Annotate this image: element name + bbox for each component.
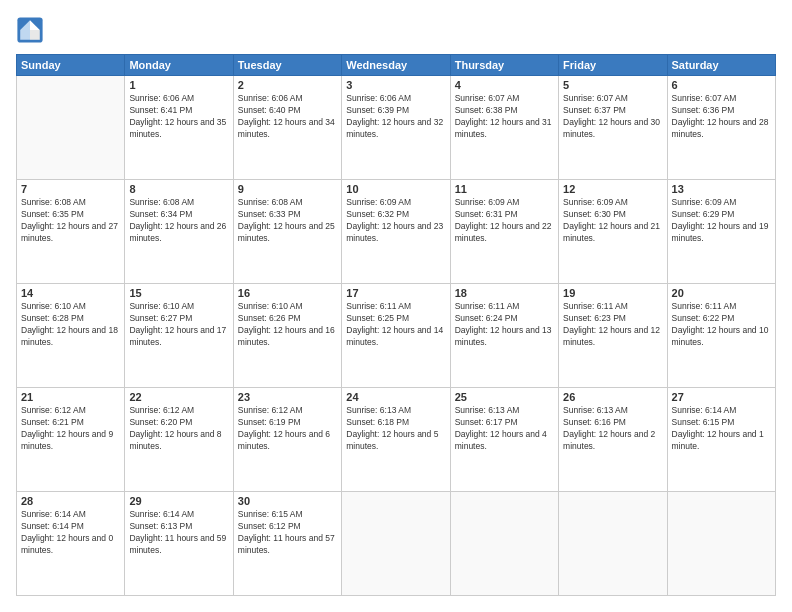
day-detail: Sunrise: 6:10 AM Sunset: 6:26 PM Dayligh…: [238, 301, 337, 349]
calendar-cell: 13Sunrise: 6:09 AM Sunset: 6:29 PM Dayli…: [667, 180, 775, 284]
calendar-cell: 28Sunrise: 6:14 AM Sunset: 6:14 PM Dayli…: [17, 492, 125, 596]
calendar-cell: 18Sunrise: 6:11 AM Sunset: 6:24 PM Dayli…: [450, 284, 558, 388]
calendar-cell: 27Sunrise: 6:14 AM Sunset: 6:15 PM Dayli…: [667, 388, 775, 492]
calendar-cell: 30Sunrise: 6:15 AM Sunset: 6:12 PM Dayli…: [233, 492, 341, 596]
logo: [16, 16, 48, 44]
calendar-week-row: 14Sunrise: 6:10 AM Sunset: 6:28 PM Dayli…: [17, 284, 776, 388]
calendar-cell: 14Sunrise: 6:10 AM Sunset: 6:28 PM Dayli…: [17, 284, 125, 388]
calendar-cell: 9Sunrise: 6:08 AM Sunset: 6:33 PM Daylig…: [233, 180, 341, 284]
day-number: 8: [129, 183, 228, 195]
day-detail: Sunrise: 6:06 AM Sunset: 6:41 PM Dayligh…: [129, 93, 228, 141]
day-number: 14: [21, 287, 120, 299]
weekday-header: Thursday: [450, 55, 558, 76]
day-detail: Sunrise: 6:07 AM Sunset: 6:37 PM Dayligh…: [563, 93, 662, 141]
day-number: 20: [672, 287, 771, 299]
day-number: 1: [129, 79, 228, 91]
calendar-cell: 6Sunrise: 6:07 AM Sunset: 6:36 PM Daylig…: [667, 76, 775, 180]
day-number: 28: [21, 495, 120, 507]
day-detail: Sunrise: 6:12 AM Sunset: 6:20 PM Dayligh…: [129, 405, 228, 453]
day-detail: Sunrise: 6:09 AM Sunset: 6:32 PM Dayligh…: [346, 197, 445, 245]
day-detail: Sunrise: 6:11 AM Sunset: 6:24 PM Dayligh…: [455, 301, 554, 349]
day-detail: Sunrise: 6:11 AM Sunset: 6:23 PM Dayligh…: [563, 301, 662, 349]
day-number: 5: [563, 79, 662, 91]
day-number: 9: [238, 183, 337, 195]
calendar-cell: 1Sunrise: 6:06 AM Sunset: 6:41 PM Daylig…: [125, 76, 233, 180]
day-number: 13: [672, 183, 771, 195]
weekday-header: Saturday: [667, 55, 775, 76]
day-number: 21: [21, 391, 120, 403]
weekday-header: Monday: [125, 55, 233, 76]
day-number: 30: [238, 495, 337, 507]
calendar-cell: [342, 492, 450, 596]
weekday-header-row: SundayMondayTuesdayWednesdayThursdayFrid…: [17, 55, 776, 76]
calendar-cell: 4Sunrise: 6:07 AM Sunset: 6:38 PM Daylig…: [450, 76, 558, 180]
day-detail: Sunrise: 6:14 AM Sunset: 6:13 PM Dayligh…: [129, 509, 228, 557]
calendar-week-row: 21Sunrise: 6:12 AM Sunset: 6:21 PM Dayli…: [17, 388, 776, 492]
calendar-cell: [17, 76, 125, 180]
day-number: 25: [455, 391, 554, 403]
calendar-cell: 26Sunrise: 6:13 AM Sunset: 6:16 PM Dayli…: [559, 388, 667, 492]
day-detail: Sunrise: 6:12 AM Sunset: 6:21 PM Dayligh…: [21, 405, 120, 453]
weekday-header: Wednesday: [342, 55, 450, 76]
day-number: 22: [129, 391, 228, 403]
calendar-cell: 10Sunrise: 6:09 AM Sunset: 6:32 PM Dayli…: [342, 180, 450, 284]
calendar-cell: 5Sunrise: 6:07 AM Sunset: 6:37 PM Daylig…: [559, 76, 667, 180]
page: SundayMondayTuesdayWednesdayThursdayFrid…: [0, 0, 792, 612]
day-number: 3: [346, 79, 445, 91]
calendar-cell: 3Sunrise: 6:06 AM Sunset: 6:39 PM Daylig…: [342, 76, 450, 180]
day-number: 23: [238, 391, 337, 403]
day-number: 12: [563, 183, 662, 195]
day-number: 7: [21, 183, 120, 195]
day-detail: Sunrise: 6:09 AM Sunset: 6:29 PM Dayligh…: [672, 197, 771, 245]
day-detail: Sunrise: 6:09 AM Sunset: 6:30 PM Dayligh…: [563, 197, 662, 245]
day-detail: Sunrise: 6:10 AM Sunset: 6:27 PM Dayligh…: [129, 301, 228, 349]
day-number: 11: [455, 183, 554, 195]
calendar-cell: [559, 492, 667, 596]
weekday-header: Sunday: [17, 55, 125, 76]
day-detail: Sunrise: 6:07 AM Sunset: 6:36 PM Dayligh…: [672, 93, 771, 141]
calendar-cell: 8Sunrise: 6:08 AM Sunset: 6:34 PM Daylig…: [125, 180, 233, 284]
calendar-cell: 7Sunrise: 6:08 AM Sunset: 6:35 PM Daylig…: [17, 180, 125, 284]
day-detail: Sunrise: 6:13 AM Sunset: 6:17 PM Dayligh…: [455, 405, 554, 453]
calendar-cell: 19Sunrise: 6:11 AM Sunset: 6:23 PM Dayli…: [559, 284, 667, 388]
day-detail: Sunrise: 6:10 AM Sunset: 6:28 PM Dayligh…: [21, 301, 120, 349]
day-number: 29: [129, 495, 228, 507]
calendar-cell: 24Sunrise: 6:13 AM Sunset: 6:18 PM Dayli…: [342, 388, 450, 492]
day-detail: Sunrise: 6:13 AM Sunset: 6:16 PM Dayligh…: [563, 405, 662, 453]
calendar-cell: 16Sunrise: 6:10 AM Sunset: 6:26 PM Dayli…: [233, 284, 341, 388]
header: [16, 16, 776, 44]
day-detail: Sunrise: 6:13 AM Sunset: 6:18 PM Dayligh…: [346, 405, 445, 453]
day-detail: Sunrise: 6:12 AM Sunset: 6:19 PM Dayligh…: [238, 405, 337, 453]
day-number: 26: [563, 391, 662, 403]
calendar-table: SundayMondayTuesdayWednesdayThursdayFrid…: [16, 54, 776, 596]
calendar-week-row: 28Sunrise: 6:14 AM Sunset: 6:14 PM Dayli…: [17, 492, 776, 596]
calendar-cell: 12Sunrise: 6:09 AM Sunset: 6:30 PM Dayli…: [559, 180, 667, 284]
calendar-cell: 29Sunrise: 6:14 AM Sunset: 6:13 PM Dayli…: [125, 492, 233, 596]
day-number: 27: [672, 391, 771, 403]
calendar-cell: 20Sunrise: 6:11 AM Sunset: 6:22 PM Dayli…: [667, 284, 775, 388]
calendar-cell: 17Sunrise: 6:11 AM Sunset: 6:25 PM Dayli…: [342, 284, 450, 388]
day-detail: Sunrise: 6:06 AM Sunset: 6:39 PM Dayligh…: [346, 93, 445, 141]
calendar-cell: 25Sunrise: 6:13 AM Sunset: 6:17 PM Dayli…: [450, 388, 558, 492]
day-detail: Sunrise: 6:09 AM Sunset: 6:31 PM Dayligh…: [455, 197, 554, 245]
weekday-header: Friday: [559, 55, 667, 76]
weekday-header: Tuesday: [233, 55, 341, 76]
day-detail: Sunrise: 6:11 AM Sunset: 6:22 PM Dayligh…: [672, 301, 771, 349]
day-number: 2: [238, 79, 337, 91]
day-number: 17: [346, 287, 445, 299]
svg-marker-2: [30, 30, 40, 40]
day-detail: Sunrise: 6:08 AM Sunset: 6:33 PM Dayligh…: [238, 197, 337, 245]
day-detail: Sunrise: 6:11 AM Sunset: 6:25 PM Dayligh…: [346, 301, 445, 349]
day-detail: Sunrise: 6:07 AM Sunset: 6:38 PM Dayligh…: [455, 93, 554, 141]
day-number: 6: [672, 79, 771, 91]
day-detail: Sunrise: 6:14 AM Sunset: 6:15 PM Dayligh…: [672, 405, 771, 453]
calendar-cell: 21Sunrise: 6:12 AM Sunset: 6:21 PM Dayli…: [17, 388, 125, 492]
day-number: 24: [346, 391, 445, 403]
day-detail: Sunrise: 6:06 AM Sunset: 6:40 PM Dayligh…: [238, 93, 337, 141]
day-number: 19: [563, 287, 662, 299]
day-detail: Sunrise: 6:14 AM Sunset: 6:14 PM Dayligh…: [21, 509, 120, 557]
calendar-cell: 23Sunrise: 6:12 AM Sunset: 6:19 PM Dayli…: [233, 388, 341, 492]
logo-icon: [16, 16, 44, 44]
calendar-cell: 2Sunrise: 6:06 AM Sunset: 6:40 PM Daylig…: [233, 76, 341, 180]
day-number: 18: [455, 287, 554, 299]
